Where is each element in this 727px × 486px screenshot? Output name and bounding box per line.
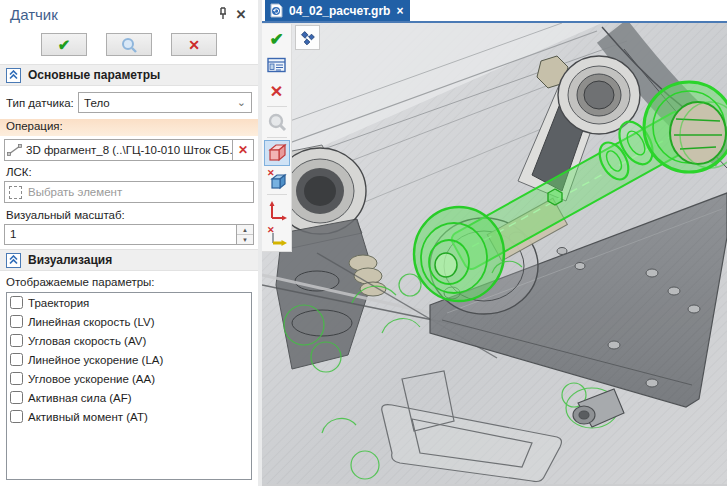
structure-icon	[300, 30, 316, 46]
sensor-type-row: Тип датчика: Тело ⌄	[6, 92, 252, 113]
cancel-button[interactable]: ✕	[171, 33, 217, 56]
displayed-params-label: Отображаемые параметры:	[0, 271, 258, 290]
pin-icon[interactable]	[214, 5, 232, 23]
panel-close-icon[interactable]: ✕	[232, 5, 250, 23]
collapse-chevron-icon[interactable]	[6, 68, 21, 83]
select-element-icon	[9, 186, 22, 199]
param-row-linear-velocity[interactable]: Линейная скорость (LV)	[7, 312, 251, 331]
spin-up-icon[interactable]: ▲	[237, 225, 253, 235]
toolbar-separator	[267, 194, 287, 195]
sensor-panel: Датчик ✕ ✔ ✕ Основные параметры Тип	[0, 0, 262, 486]
preview-button[interactable]	[106, 33, 152, 56]
chevron-down-icon: ⌄	[237, 96, 246, 109]
displayed-params-list: Траектория Линейная скорость (LV) Углова…	[6, 292, 252, 480]
toolbar-separator	[267, 137, 287, 138]
checkbox-linear-acceleration[interactable]	[10, 353, 23, 366]
lcs-label: ЛСК:	[0, 164, 258, 180]
panel-header: Датчик ✕	[0, 0, 258, 26]
tab-close-icon[interactable]: ×	[396, 4, 403, 18]
param-row-angular-acceleration[interactable]: Угловое ускорение (AA)	[7, 369, 251, 388]
edge-icon	[5, 144, 23, 156]
toolbar-separator	[267, 106, 287, 107]
3d-model-view	[262, 23, 727, 484]
document-tabbar: 04_02_расчет.grb ×	[262, 0, 727, 23]
operation-field[interactable]: 3D фрагмент_8 (..\ГЦ-10-010 Шток СБ.grb)…	[4, 139, 254, 161]
section-main-parameters[interactable]: Основные параметры	[0, 64, 258, 86]
collapse-chevron-icon[interactable]	[6, 253, 21, 268]
sensor-type-select[interactable]: Тело ⌄	[78, 92, 252, 113]
checkbox-linear-velocity[interactable]	[10, 315, 23, 328]
cancel-icon[interactable]: ✕	[264, 78, 290, 104]
checkbox-trajectory[interactable]	[10, 296, 23, 309]
checkbox-active-moment[interactable]	[10, 410, 23, 423]
section-visualization[interactable]: Визуализация	[0, 249, 258, 271]
magnifier-icon	[121, 37, 138, 53]
document-icon	[270, 3, 283, 18]
param-row-active-moment[interactable]: Активный момент (AT)	[7, 407, 251, 426]
checkbox-active-force[interactable]	[10, 391, 23, 404]
document-tab-title: 04_02_расчет.grb	[289, 4, 390, 18]
param-row-trajectory[interactable]: Траектория	[7, 293, 251, 312]
svg-text:✕: ✕	[267, 168, 275, 178]
checkbox-angular-acceleration[interactable]	[10, 372, 23, 385]
visual-scale-stepper[interactable]: 1 ▲ ▼	[4, 224, 254, 245]
viewport-toolbar: ✔ ✕ ✕	[262, 24, 292, 252]
exclude-body-cube-icon[interactable]: ✕	[264, 166, 290, 192]
links-structure-button[interactable]	[295, 25, 320, 50]
visual-scale-label: Визуальный масштаб:	[0, 207, 258, 223]
lcs-target-axes-icon[interactable]: ✕	[264, 223, 290, 249]
confirm-button[interactable]: ✔	[41, 33, 87, 56]
check-icon: ✔	[58, 37, 71, 52]
3d-viewport[interactable]: ✔ ✕ ✕	[262, 23, 727, 486]
panel-title: Датчик	[10, 6, 214, 23]
section-title: Визуализация	[28, 253, 112, 267]
param-row-linear-acceleration[interactable]: Линейное ускорение (LA)	[7, 350, 251, 369]
lcs-placeholder: Выбрать элемент	[28, 186, 122, 198]
lcs-axes-icon[interactable]	[264, 197, 290, 223]
body-cube-icon[interactable]	[264, 140, 290, 166]
cancel-icon: ✕	[188, 38, 200, 52]
confirm-icon[interactable]: ✔	[264, 26, 290, 52]
app-window: Датчик ✕ ✔ ✕ Основные параметры Тип	[0, 0, 727, 486]
operation-remove-icon[interactable]: ✕	[232, 140, 253, 160]
checkbox-angular-velocity[interactable]	[10, 334, 23, 347]
preview-icon[interactable]	[264, 109, 290, 135]
sensor-type-label: Тип датчика:	[6, 97, 78, 109]
sensor-type-value: Тело	[84, 97, 237, 109]
operation-label: Операция:	[0, 119, 258, 136]
document-tab[interactable]: 04_02_расчет.grb ×	[265, 0, 410, 21]
lcs-field[interactable]: Выбрать элемент	[4, 181, 254, 203]
spin-down-icon[interactable]: ▼	[237, 235, 253, 244]
section-title: Основные параметры	[28, 68, 160, 82]
param-row-angular-velocity[interactable]: Угловая скорость (AV)	[7, 331, 251, 350]
operation-value: 3D фрагмент_8 (..\ГЦ-10-010 Шток СБ.grb)	[23, 144, 232, 156]
visual-scale-value: 1	[5, 225, 236, 244]
properties-dialog-icon[interactable]	[264, 52, 290, 78]
document-area: 04_02_расчет.grb ×	[262, 0, 727, 486]
panel-toolbar: ✔ ✕	[0, 26, 258, 64]
param-row-active-force[interactable]: Активная сила (AF)	[7, 388, 251, 407]
